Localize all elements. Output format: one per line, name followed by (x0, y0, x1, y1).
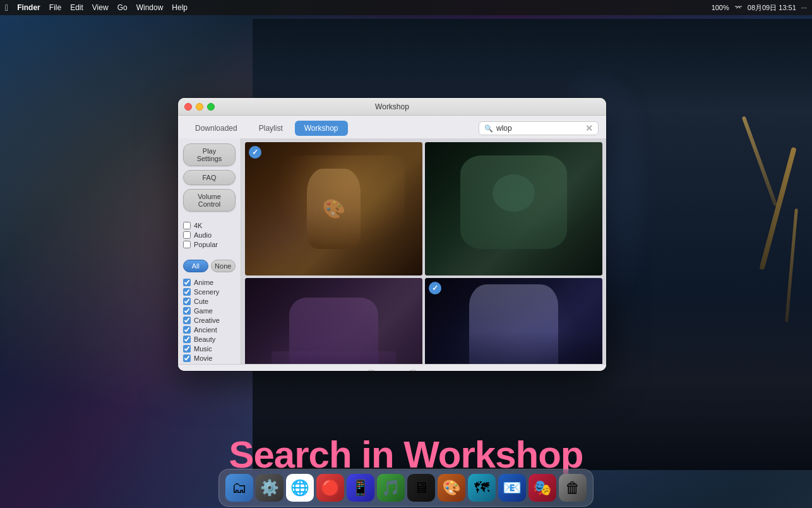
dock-app5[interactable]: 🎨 (438, 474, 465, 502)
control-center[interactable]: ··· (801, 4, 807, 11)
search-clear-button[interactable]: ✕ (585, 124, 593, 133)
apple-menu[interactable]:  (5, 3, 8, 13)
menubar-view[interactable]: View (92, 3, 109, 12)
category-anime[interactable]: Anime (183, 279, 236, 286)
window-controls (184, 103, 215, 111)
category-beauty[interactable]: Beauty (183, 336, 236, 343)
grid-item-4[interactable]: ✓ (425, 278, 602, 364)
menubar-left:  Finder File Edit View Go Window Help (5, 3, 188, 13)
dock-app1[interactable]: 🔴 (316, 474, 344, 502)
tab-workshop[interactable]: Workshop (295, 121, 348, 136)
menubar-edit[interactable]: Edit (70, 3, 83, 12)
category-music[interactable]: Music (183, 345, 236, 353)
search-bar[interactable]: 🔍 ✕ (479, 121, 599, 135)
tab-downloaded[interactable]: Downloaded (186, 121, 247, 136)
category-movie[interactable]: Movie (183, 354, 236, 362)
menubar:  Finder File Edit View Go Window Help 1… (0, 0, 812, 15)
anime-checkbox[interactable] (183, 279, 191, 286)
volume-control-button[interactable]: Volume Control (183, 189, 236, 212)
menubar-file[interactable]: File (49, 3, 61, 12)
tabs-bar: Downloaded Playlist Workshop 🔍 ✕ (178, 116, 606, 138)
creative-checkbox[interactable] (183, 317, 191, 324)
window-titlebar: Workshop (178, 98, 606, 116)
popular-checkbox[interactable] (183, 241, 191, 248)
category-game[interactable]: Game (183, 307, 236, 315)
game-checkbox[interactable] (183, 307, 191, 315)
option-4k[interactable]: 4K (183, 222, 236, 229)
image-grid: ✓ (245, 142, 602, 364)
category-creative[interactable]: Creative (183, 317, 236, 324)
dock-finder[interactable]: 🗂 (225, 474, 253, 502)
pagination: ‹ 1 / 2 › (178, 364, 606, 371)
image-grid-area: ✓ (241, 138, 606, 364)
filter-all-button[interactable]: All (183, 260, 208, 272)
category-cute[interactable]: Cute (183, 298, 236, 305)
option-popular[interactable]: Popular (183, 241, 236, 248)
tabs-container: Downloaded Playlist Workshop (186, 121, 348, 136)
tab-playlist[interactable]: Playlist (249, 121, 292, 136)
menubar-help[interactable]: Help (172, 3, 188, 12)
faq-button[interactable]: FAQ (183, 170, 236, 185)
beauty-checkbox[interactable] (183, 336, 191, 343)
dock-app7[interactable]: 📧 (498, 474, 526, 502)
ancient-checkbox[interactable] (183, 326, 191, 334)
menubar-go[interactable]: Go (117, 3, 128, 12)
grid-item-2[interactable] (425, 142, 602, 275)
grid-item-3[interactable] (245, 278, 422, 364)
prev-page-button[interactable]: ‹ (364, 370, 378, 371)
cute-checkbox[interactable] (183, 298, 191, 305)
dock-app2[interactable]: 📱 (347, 474, 374, 502)
dock-launchpad[interactable]: ⚙️ (256, 474, 284, 502)
maximize-button[interactable] (207, 103, 215, 111)
category-ancient[interactable]: Ancient (183, 326, 236, 334)
wifi-icon: ⌤ (734, 4, 743, 12)
play-settings-button[interactable]: Play Settings (183, 143, 236, 166)
sidebar: Play Settings FAQ Volume Control 4K Audi… (178, 138, 241, 364)
dock-trash[interactable]: 🗑 (559, 474, 587, 502)
scenery-checkbox[interactable] (183, 288, 191, 296)
dock: 🗂 ⚙️ 🌐 🔴 📱 🎵 🖥 🎨 🗺 📧 🎭 🗑 (218, 469, 594, 507)
category-checkboxes: Anime Scenery Cute Game Creative (183, 277, 236, 363)
workshop-window: Workshop Downloaded Playlist Workshop 🔍 … (178, 98, 606, 371)
battery-status: 100% (712, 4, 729, 11)
dock-app3[interactable]: 🎵 (377, 474, 405, 502)
category-scenery[interactable]: Scenery (183, 288, 236, 296)
dock-chrome[interactable]: 🌐 (286, 474, 314, 502)
4k-checkbox[interactable] (183, 222, 191, 229)
window-title: Workshop (375, 102, 409, 111)
selected-badge-4: ✓ (429, 282, 441, 294)
menubar-finder[interactable]: Finder (17, 3, 40, 12)
minimize-button[interactable] (196, 103, 203, 111)
window-content: Play Settings FAQ Volume Control 4K Audi… (178, 138, 606, 364)
clock: 08月09日 13:51 (748, 3, 796, 13)
menubar-window[interactable]: Window (136, 3, 164, 12)
option-checkboxes: 4K Audio Popular (183, 222, 236, 248)
movie-checkbox[interactable] (183, 354, 191, 362)
dock-app6[interactable]: 🗺 (468, 474, 496, 502)
dock-app8[interactable]: 🎭 (528, 474, 556, 502)
audio-checkbox[interactable] (183, 231, 191, 239)
music-checkbox[interactable] (183, 345, 191, 353)
option-audio[interactable]: Audio (183, 231, 236, 239)
grid-item-1[interactable]: ✓ (245, 142, 422, 275)
search-input[interactable] (496, 124, 582, 133)
search-icon: 🔍 (484, 124, 493, 133)
selected-badge-1: ✓ (249, 146, 261, 159)
close-button[interactable] (184, 103, 192, 111)
filter-buttons: All None (183, 258, 236, 274)
menubar-right: 100% ⌤ 08月09日 13:51 ··· (712, 3, 807, 13)
dock-app4[interactable]: 🖥 (407, 474, 435, 502)
filter-none-button[interactable]: None (211, 260, 236, 272)
next-page-button[interactable]: › (406, 370, 420, 371)
